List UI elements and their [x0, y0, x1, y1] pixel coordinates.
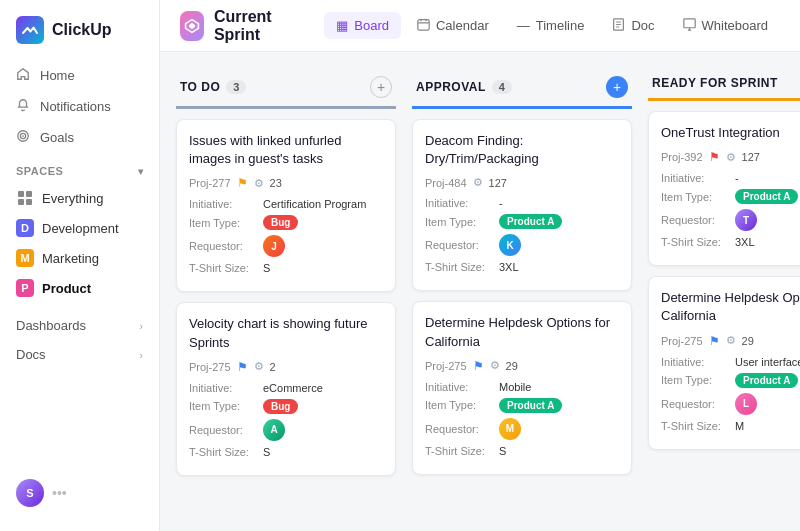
card-meta: Proj-275 ⚑ ⚙ 29: [425, 359, 619, 373]
proj-id: Proj-484: [425, 177, 467, 189]
table-row[interactable]: OneTrust Integration Proj-392 ⚑ ⚙ 127 In…: [648, 111, 800, 266]
sidebar-nav-goals[interactable]: Goals: [0, 122, 159, 153]
flag-icon: ⚑: [709, 334, 720, 348]
sidebar-item-product[interactable]: P Product: [0, 273, 159, 303]
spaces-section-header: Spaces ▾: [0, 153, 159, 183]
gear-icon: ⚙: [726, 334, 736, 347]
item-type-badge: Product A: [735, 373, 798, 388]
column-header-todo: TO DO 3 +: [176, 68, 396, 109]
doc-icon: [612, 18, 625, 34]
user-avatar[interactable]: S: [16, 479, 44, 507]
initiative-value: eCommerce: [263, 382, 323, 394]
card-count: 127: [489, 177, 507, 189]
tab-whiteboard[interactable]: Whiteboard: [671, 12, 780, 40]
sidebar-item-docs[interactable]: Docs ›: [0, 340, 159, 369]
tshirt-label: T-Shirt Size:: [661, 236, 729, 248]
product-label: Product: [42, 281, 91, 296]
gear-icon: ⚙: [726, 151, 736, 164]
table-row[interactable]: Determine Helpdesk Options for Californi…: [648, 276, 800, 449]
flag-icon: ⚑: [473, 359, 484, 373]
tshirt-label: T-Shirt Size:: [189, 262, 257, 274]
calendar-label: Calendar: [436, 18, 489, 33]
tshirt-label: T-Shirt Size:: [425, 261, 493, 273]
table-row[interactable]: Deacom Finding: Dry/Trim/Packaging Proj-…: [412, 119, 632, 291]
docs-chevron-icon: ›: [139, 349, 143, 361]
itemtype-label: Item Type:: [425, 216, 493, 228]
col-add-todo[interactable]: +: [370, 76, 392, 98]
flag-icon: ⚑: [237, 176, 248, 190]
col-title-approval: APPROVAL: [416, 80, 486, 94]
requestor-avatar: M: [499, 418, 521, 440]
card-row-itemtype: Item Type: Product A: [661, 373, 800, 388]
proj-id: Proj-275: [189, 361, 231, 373]
doc-label: Doc: [631, 18, 654, 33]
card-row-tshirt: T-Shirt Size: 3XL: [425, 261, 619, 273]
home-icon: [16, 67, 30, 84]
item-type-badge: Bug: [263, 399, 298, 414]
svg-point-3: [22, 135, 24, 137]
card-row-requestor: Requestor: A: [189, 419, 383, 441]
sidebar-item-everything[interactable]: Everything: [0, 183, 159, 213]
tab-doc[interactable]: Doc: [600, 12, 666, 40]
board-label: Board: [354, 18, 389, 33]
columns-wrapper: TO DO 3 + Issues with linked unfurled im…: [176, 68, 800, 515]
home-label: Home: [40, 68, 75, 83]
table-row[interactable]: Issues with linked unfurled images in gu…: [176, 119, 396, 292]
card-title: Determine Helpdesk Options for Californi…: [425, 314, 619, 350]
topbar: Current Sprint ▦ Board Calendar — Timeli…: [160, 0, 800, 52]
col-add-approval[interactable]: +: [606, 76, 628, 98]
gear-icon: ⚙: [254, 177, 264, 190]
card-count: 29: [742, 335, 754, 347]
card-meta: Proj-275 ⚑ ⚙ 2: [189, 360, 383, 374]
flag-icon: ⚑: [237, 360, 248, 374]
timeline-icon: —: [517, 18, 530, 33]
logo-text: ClickUp: [52, 21, 112, 39]
card-row-itemtype: Item Type: Product A: [661, 189, 800, 204]
goals-label: Goals: [40, 130, 74, 145]
card-row-requestor: Requestor: M: [425, 418, 619, 440]
initiative-value: -: [499, 197, 503, 209]
table-row[interactable]: Velocity chart is showing future Sprints…: [176, 302, 396, 475]
column-todo: TO DO 3 + Issues with linked unfurled im…: [176, 68, 396, 515]
requestor-label: Requestor:: [661, 214, 729, 226]
card-title: Determine Helpdesk Options for Californi…: [661, 289, 800, 325]
card-title: Deacom Finding: Dry/Trim/Packaging: [425, 132, 619, 168]
sidebar-item-marketing[interactable]: M Marketing: [0, 243, 159, 273]
requestor-avatar: K: [499, 234, 521, 256]
tab-timeline[interactable]: — Timeline: [505, 12, 597, 39]
svg-rect-4: [18, 191, 24, 197]
requestor-label: Requestor:: [425, 423, 493, 435]
svg-rect-6: [18, 199, 24, 205]
initiative-label: Initiative:: [425, 197, 493, 209]
card-count: 127: [742, 151, 760, 163]
item-type-badge: Product A: [735, 189, 798, 204]
card-row-tshirt: T-Shirt Size: S: [189, 446, 383, 458]
tab-calendar[interactable]: Calendar: [405, 12, 501, 40]
sidebar-nav-home[interactable]: Home: [0, 60, 159, 91]
sidebar-nav-notifications[interactable]: Notifications: [0, 91, 159, 122]
initiative-label: Initiative:: [661, 356, 729, 368]
card-row-tshirt: T-Shirt Size: 3XL: [661, 236, 800, 248]
notifications-label: Notifications: [40, 99, 111, 114]
requestor-label: Requestor:: [661, 398, 729, 410]
table-row[interactable]: Determine Helpdesk Options for Californi…: [412, 301, 632, 474]
column-ready: READY FOR SPRINT OneTrust Integration Pr…: [648, 68, 800, 515]
calendar-icon: [417, 18, 430, 34]
sidebar-item-dashboards[interactable]: Dashboards ›: [0, 311, 159, 340]
item-type-badge: Product A: [499, 214, 562, 229]
card-meta: Proj-277 ⚑ ⚙ 23: [189, 176, 383, 190]
card-title: Issues with linked unfurled images in gu…: [189, 132, 383, 168]
flag-icon: ⚑: [709, 150, 720, 164]
tab-board[interactable]: ▦ Board: [324, 12, 401, 39]
tshirt-value: M: [735, 420, 744, 432]
sidebar-item-development[interactable]: D Development: [0, 213, 159, 243]
card-meta: Proj-392 ⚑ ⚙ 127: [661, 150, 800, 164]
initiative-label: Initiative:: [189, 382, 257, 394]
sprint-icon: [180, 11, 204, 41]
item-type-badge: Product A: [499, 398, 562, 413]
gear-icon: ⚙: [254, 360, 264, 373]
card-row-itemtype: Item Type: Product A: [425, 398, 619, 413]
requestor-label: Requestor:: [425, 239, 493, 251]
docs-label: Docs: [16, 347, 46, 362]
card-row-tshirt: T-Shirt Size: S: [189, 262, 383, 274]
